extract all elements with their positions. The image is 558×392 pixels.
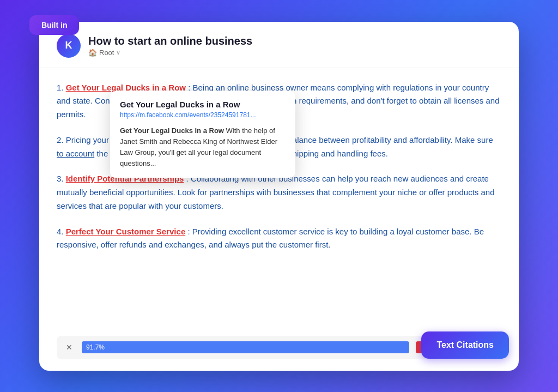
list-item-3: 3. Identify Potential Partnerships : Col…: [57, 172, 501, 213]
progress-label: 91.7%: [86, 343, 105, 351]
home-icon: 🏠: [88, 49, 97, 57]
card-header: K How to start an online business 🏠 Root…: [39, 22, 519, 68]
list-number-4: 4.: [57, 227, 64, 236]
avatar: K: [57, 34, 81, 58]
tooltip-body: Get Your Legal Ducks in a Row With the h…: [120, 125, 286, 170]
header-text: How to start an online business 🏠 Root ∨: [88, 35, 252, 57]
list-item-4: 4. Perfect Your Customer Service : Provi…: [57, 225, 501, 252]
item-2-underline: to account: [57, 149, 94, 158]
tooltip-title: Get Your Legal Ducks in a Row: [120, 100, 286, 109]
text-citations-button[interactable]: Text Citations: [421, 331, 509, 359]
progress-bar: 91.7%: [82, 341, 409, 353]
card-body: 1. Get Your Legal Ducks in a Row : Being…: [39, 68, 519, 369]
breadcrumb-label: Root: [99, 49, 114, 57]
citation-link-1[interactable]: Get Your Legal Ducks in a Row: [66, 83, 186, 92]
list-number-1: 1.: [57, 83, 64, 92]
main-card: K How to start an online business 🏠 Root…: [39, 22, 519, 371]
page-title: How to start an online business: [88, 35, 252, 47]
close-button[interactable]: ✕: [63, 341, 75, 353]
tooltip-body-bold: Get Your Legal Ducks in a Row: [120, 126, 224, 135]
tooltip-url[interactable]: https://m.facebook.com/events/2352459178…: [120, 111, 286, 119]
breadcrumb: 🏠 Root ∨: [88, 49, 252, 57]
tooltip-popup: Get Your Legal Ducks in a Row https://m.…: [110, 91, 295, 178]
built-in-badge: Built in: [29, 15, 79, 35]
citation-link-4[interactable]: Perfect Your Customer Service: [66, 227, 186, 236]
list-number-2: 2.: [57, 135, 64, 144]
breadcrumb-arrow[interactable]: ∨: [116, 49, 120, 56]
list-number-3: 3.: [57, 174, 64, 183]
